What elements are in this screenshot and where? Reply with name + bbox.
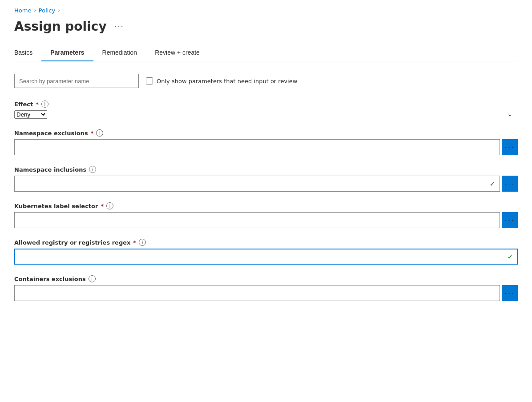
effect-required-star: * [36, 101, 39, 108]
namespace-inclusions-info-icon[interactable]: i [89, 166, 96, 173]
allowed-registry-input-row: index.docker.io.+$ ✓ [14, 249, 518, 265]
namespace-inclusions-input-row: ["test-policy"] ✓ ··· [14, 176, 518, 192]
breadcrumb-policy[interactable]: Policy [39, 7, 55, 14]
containers-exclusions-input-row: [] ··· [14, 285, 518, 301]
effect-info-icon[interactable]: i [41, 100, 48, 108]
effect-select[interactable]: Audit Deny Disabled [14, 110, 47, 119]
namespace-exclusions-edit-btn[interactable]: ··· [502, 139, 518, 155]
namespace-inclusions-edit-btn[interactable]: ··· [502, 176, 518, 192]
filter-checkbox[interactable] [146, 77, 153, 84]
kubernetes-label-selector-edit-btn[interactable]: ··· [502, 212, 518, 228]
tab-parameters[interactable]: Parameters [41, 44, 93, 61]
namespace-inclusions-check-icon: ✓ [490, 180, 496, 188]
namespace-inclusions-input-wrapper: ["test-policy"] ✓ [14, 176, 500, 192]
allowed-registry-label: Allowed registry or registries regex * i [14, 239, 518, 246]
effect-label: Effect * i [14, 100, 518, 108]
filter-checkbox-text: Only show parameters that need input or … [157, 78, 297, 84]
kubernetes-label-selector-section: Kubernetes label selector * i {} ··· [14, 202, 518, 228]
containers-exclusions-info-icon[interactable]: i [89, 275, 96, 282]
allowed-registry-input-wrapper: index.docker.io.+$ ✓ [14, 249, 518, 265]
containers-exclusions-label: Containers exclusions i [14, 275, 518, 282]
namespace-inclusions-input[interactable]: ["test-policy"] [14, 176, 500, 192]
namespace-exclusions-section: Namespace exclusions * i [ "kube-system"… [14, 129, 518, 155]
tab-remediation[interactable]: Remediation [93, 44, 146, 61]
breadcrumb-sep-2: › [58, 8, 60, 13]
breadcrumb-sep-1: › [34, 8, 36, 13]
namespace-exclusions-required-star: * [91, 130, 94, 137]
kubernetes-label-selector-required-star: * [101, 203, 104, 209]
tab-basics[interactable]: Basics [14, 44, 41, 61]
namespace-exclusions-edit-icon: ··· [504, 143, 515, 151]
containers-exclusions-edit-btn[interactable]: ··· [502, 285, 518, 301]
containers-exclusions-input[interactable]: [] [14, 285, 500, 301]
breadcrumb-home[interactable]: Home [14, 7, 31, 14]
namespace-inclusions-label: Namespace inclusions i [14, 166, 518, 173]
allowed-registry-required-star: * [133, 239, 136, 246]
kubernetes-label-selector-input[interactable]: {} [14, 212, 500, 228]
effect-dropdown-wrapper: Audit Deny Disabled [14, 110, 518, 119]
breadcrumb: Home › Policy › [14, 0, 518, 17]
page-title: Assign policy [14, 19, 107, 34]
search-input[interactable] [14, 74, 139, 88]
allowed-registry-input[interactable]: index.docker.io.+$ [14, 249, 518, 265]
tab-review-create[interactable]: Review + create [146, 44, 209, 61]
allowed-registry-section: Allowed registry or registries regex * i… [14, 239, 518, 265]
namespace-exclusions-input[interactable]: [ "kube-system", "gatekeeper-system", "a… [14, 139, 500, 155]
page-title-row: Assign policy ··· [14, 17, 518, 44]
effect-field-section: Effect * i Audit Deny Disabled [14, 100, 518, 119]
kubernetes-label-selector-info-icon[interactable]: i [106, 202, 113, 209]
filter-checkbox-label[interactable]: Only show parameters that need input or … [146, 77, 297, 84]
containers-exclusions-edit-icon: ··· [504, 289, 515, 297]
kubernetes-label-selector-edit-icon: ··· [504, 216, 515, 224]
namespace-inclusions-edit-icon: ··· [504, 180, 515, 188]
tabs-bar: Basics Parameters Remediation Review + c… [14, 44, 518, 61]
allowed-registry-check-icon: ✓ [508, 253, 513, 261]
more-options-button[interactable]: ··· [112, 21, 127, 32]
containers-exclusions-section: Containers exclusions i [] ··· [14, 275, 518, 301]
namespace-inclusions-section: Namespace inclusions i ["test-policy"] ✓… [14, 166, 518, 192]
kubernetes-label-selector-input-row: {} ··· [14, 212, 518, 228]
allowed-registry-info-icon[interactable]: i [139, 239, 146, 246]
filter-row: Only show parameters that need input or … [14, 74, 518, 88]
namespace-exclusions-info-icon[interactable]: i [96, 129, 103, 137]
namespace-exclusions-label: Namespace exclusions * i [14, 129, 518, 137]
namespace-exclusions-input-row: [ "kube-system", "gatekeeper-system", "a… [14, 139, 518, 155]
kubernetes-label-selector-label: Kubernetes label selector * i [14, 202, 518, 209]
